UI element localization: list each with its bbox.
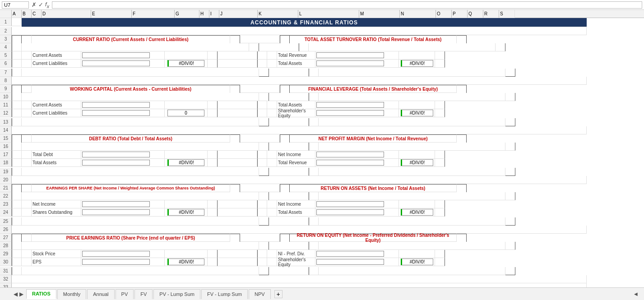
rownum-9: 9 (0, 85, 12, 93)
name-box[interactable] (2, 1, 29, 9)
current-assets-input-1[interactable] (82, 52, 150, 58)
row-30: 30 EPS #DIV/0! (0, 258, 587, 267)
tab-scroll-left[interactable]: ◀ (14, 291, 18, 297)
r6-input-right[interactable] (315, 60, 399, 68)
result-roe: #DIV/0! (401, 258, 433, 265)
tab-fv[interactable]: FV (134, 289, 153, 299)
rownum-28: 28 (0, 242, 12, 250)
r5-B (12, 51, 22, 60)
r9-C (22, 85, 32, 93)
roa-total-assets[interactable] (316, 209, 384, 215)
r24-label-r: Total Assets (277, 208, 315, 217)
row-2: 2 (0, 27, 587, 35)
col-header-L: L (298, 10, 359, 18)
working-capital-liabilities[interactable] (82, 110, 150, 116)
stock-price[interactable] (82, 251, 150, 257)
tab-scroll-right-btn[interactable]: ▶ (19, 291, 23, 297)
tab-npv[interactable]: NPV (249, 289, 271, 299)
current-liabilities-input-1[interactable] (82, 60, 150, 66)
r4-rJ (299, 43, 309, 51)
r6-input-left[interactable] (81, 60, 165, 68)
working-capital-assets[interactable] (82, 102, 150, 108)
row-13: 13 (0, 118, 587, 126)
r4-end (249, 43, 259, 51)
r7-mid (22, 69, 259, 77)
row-15: 15 DEBT RATIO (Total Debt / Total Assets… (0, 134, 587, 143)
row-14: 14 (0, 126, 587, 134)
col-header-D: D (42, 10, 91, 18)
net-income-1[interactable] (316, 152, 384, 157)
rownum-26: 26 (0, 226, 12, 234)
tab-ratios[interactable]: RATIOS (26, 289, 56, 299)
rownum-11: 11 (0, 101, 12, 109)
tab-fv-lump[interactable]: FV - Lump Sum (201, 289, 248, 299)
col-header-E: E (91, 10, 132, 18)
result-debt-ratio: #DIV/0! (167, 159, 204, 166)
row-6: 6 Current Liabilities #DIV/0! (0, 60, 587, 69)
right-s2-title: FINANCIAL LEVERAGE (Total Assets / Share… (290, 85, 457, 93)
r5-result-left (165, 51, 208, 60)
roa-net-income[interactable] (316, 201, 384, 207)
tab-monthly[interactable]: Monthly (57, 289, 87, 299)
result-eps: #DIV/0! (167, 209, 204, 216)
add-sheet-button[interactable]: + (274, 290, 283, 298)
total-assets-input-2[interactable] (82, 160, 150, 166)
fin-leverage-assets[interactable] (316, 102, 384, 108)
r12-label-r: Shareholder's Equity (277, 109, 315, 117)
rownum-16: 16 (0, 143, 12, 151)
r5-rB (257, 51, 267, 60)
col-headers: A B C D E F G H I J K L M N O P Q R S (0, 10, 644, 18)
rownum-13: 13 (0, 118, 12, 126)
total-debt-input[interactable] (82, 152, 150, 157)
r5-input-right-1[interactable] (315, 51, 399, 60)
r6-result-right: #DIV/0! (399, 60, 435, 68)
col-header-G: G (175, 10, 199, 18)
row-20: 20 (0, 176, 587, 184)
row-21: 21 EARNINGS PER SHARE (Net Income / Weig… (0, 184, 587, 192)
rownum-23: 23 (0, 200, 12, 208)
right-s3-title: NET PROFIT MARGIN (Net Income / Total Re… (290, 134, 457, 143)
main-scroll[interactable]: 1 ACCOUNTING & FINANCIAL RATIOS 2 3 (0, 18, 644, 287)
total-revenue-input-2[interactable] (316, 160, 384, 166)
eps-input[interactable] (82, 259, 150, 265)
r6-rB (257, 60, 267, 68)
r3-after-left (230, 35, 240, 43)
formula-input[interactable] (52, 1, 642, 9)
fin-leverage-equity[interactable] (316, 110, 384, 116)
right-section-1-title: TOTAL ASSET TURNOVER RATIO (Total Revenu… (290, 35, 457, 43)
scroll-left-icon[interactable]: ◀ (634, 291, 638, 296)
tab-pv-lump[interactable]: PV - Lump Sum (153, 289, 200, 299)
rownum-25: 25 (0, 217, 12, 226)
r4-B (12, 43, 22, 51)
rownum-14: 14 (0, 126, 12, 134)
r6-C (22, 60, 32, 68)
shares-outstanding[interactable] (82, 209, 150, 215)
eps-net-income[interactable] (82, 201, 150, 207)
r7-rend (505, 69, 515, 77)
col-header-K: K (258, 10, 298, 18)
roe-equity[interactable] (316, 259, 384, 265)
tab-annual[interactable]: Annual (87, 289, 114, 299)
row-7: 7 (0, 69, 587, 77)
row-31: 31 (0, 267, 587, 275)
col-header-P: P (452, 10, 468, 18)
cancel-icon: ✗ (32, 1, 37, 8)
title-cell: ACCOUNTING & FINANCIAL RATIOS (22, 18, 587, 27)
total-revenue-input-1[interactable] (316, 52, 384, 58)
r1-A (12, 18, 22, 26)
rownum-6: 6 (0, 60, 12, 68)
rownum-31: 31 (0, 267, 12, 275)
rownum-15: 15 (0, 134, 12, 143)
r5-input-left-1[interactable] (81, 51, 165, 60)
r3-C (22, 35, 32, 43)
result-fin-leverage: #DIV/0! (401, 110, 433, 116)
total-assets-input-1[interactable] (316, 60, 384, 66)
ni-pref-div[interactable] (316, 251, 384, 257)
rownum-19: 19 (0, 168, 12, 176)
r9-B (12, 85, 22, 93)
row-1: 1 ACCOUNTING & FINANCIAL RATIOS (0, 18, 587, 27)
tab-pv[interactable]: PV (116, 289, 134, 299)
col-header-M: M (359, 10, 400, 18)
r3-J (280, 35, 290, 43)
row-23: 23 Net Income Net In (0, 200, 587, 208)
